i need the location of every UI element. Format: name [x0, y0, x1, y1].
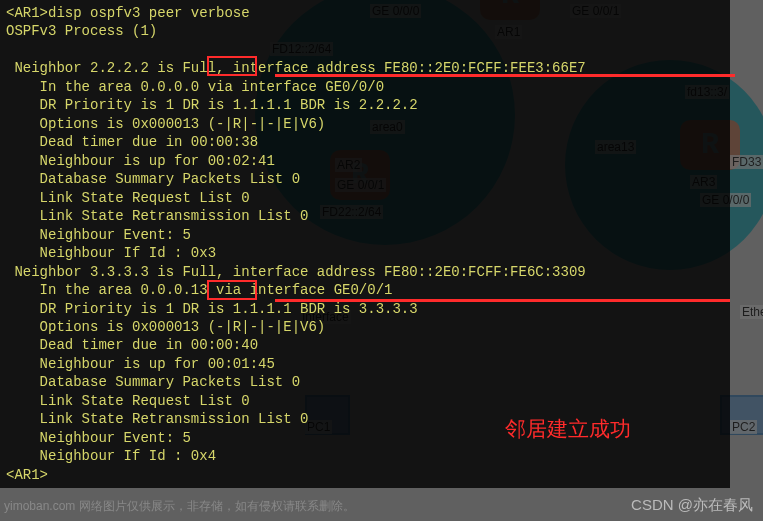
watermark-csdn: CSDN @亦在春风	[631, 496, 753, 515]
neighbor1-line: Neighbour is up for 00:02:41	[6, 152, 724, 170]
neighbor2-line: DR Priority is 1 DR is 1.1.1.1 BDR is 3.…	[6, 300, 724, 318]
underline-neighbor1	[275, 74, 735, 77]
neighbor1-line: Link State Request List 0	[6, 189, 724, 207]
pc2-label: PC2	[730, 420, 757, 434]
ether-label: Ether	[740, 305, 763, 319]
highlight-box-full-1	[207, 56, 257, 76]
neighbor2-line: In the area 0.0.0.13 via interface GE0/0…	[6, 281, 724, 299]
neighbor2-line: Database Summary Packets List 0	[6, 373, 724, 391]
annotation-text: 邻居建立成功	[505, 415, 631, 443]
neighbor2-line: Options is 0x000013 (-|R|-|-|E|V6)	[6, 318, 724, 336]
neighbor2-line: Dead timer due in 00:00:40	[6, 336, 724, 354]
neighbor1-line: Neighbour Event: 5	[6, 226, 724, 244]
neighbor2-line: Neighbour is up for 00:01:45	[6, 355, 724, 373]
neighbor1-line: Database Summary Packets List 0	[6, 170, 724, 188]
neighbor1-line: DR Priority is 1 DR is 1.1.1.1 BDR is 2.…	[6, 96, 724, 114]
neighbor1-line: Link State Retransmission List 0	[6, 207, 724, 225]
neighbor1-line: Dead timer due in 00:00:38	[6, 133, 724, 151]
underline-neighbor2	[275, 299, 730, 302]
neighbor1-line: Options is 0x000013 (-|R|-|-|E|V6)	[6, 115, 724, 133]
neighbor1-line: In the area 0.0.0.0 via interface GE0/0/…	[6, 78, 724, 96]
fd33-label: FD33	[730, 155, 763, 169]
cli-prompt-line: <AR1>disp ospfv3 peer verbose	[6, 4, 724, 22]
highlight-box-full-2	[207, 280, 257, 300]
watermark-moban: yimoban.com 网络图片仅供展示，非存储，如有侵权请联系删除。	[4, 498, 355, 515]
neighbor1-line: Neighbour If Id : 0x3	[6, 244, 724, 262]
neighbor2-line: Neighbour If Id : 0x4	[6, 447, 724, 465]
neighbor2-line: Link State Request List 0	[6, 392, 724, 410]
neighbor2-status: Full,	[182, 264, 224, 280]
neighbor2-title: Neighbor 3.3.3.3 is Full, interface addr…	[6, 263, 724, 281]
cli-header: OSPFv3 Process (1)	[6, 22, 724, 40]
cli-end-prompt: <AR1>	[6, 466, 724, 484]
